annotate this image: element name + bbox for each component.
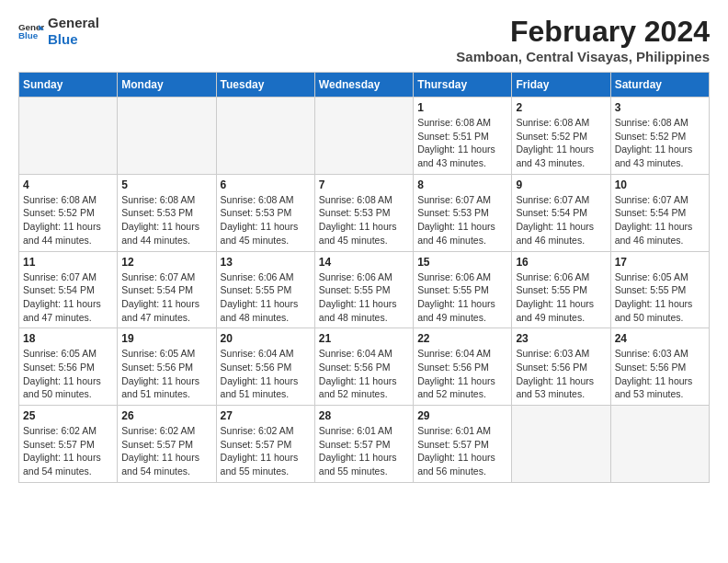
day-number: 4: [23, 178, 113, 191]
logo-icon: General Blue: [18, 18, 44, 44]
calendar-cell: 4Sunrise: 6:08 AM Sunset: 5:52 PM Daylig…: [19, 174, 118, 251]
day-info: Sunrise: 6:04 AM Sunset: 5:56 PM Dayligh…: [221, 347, 311, 401]
day-info: Sunrise: 6:06 AM Sunset: 5:55 PM Dayligh…: [319, 270, 409, 325]
logo-text-blue: Blue: [48, 31, 99, 48]
column-header-friday: Friday: [512, 73, 610, 98]
day-number: 15: [417, 256, 507, 269]
calendar-cell: 24Sunrise: 6:03 AM Sunset: 5:56 PM Dayli…: [610, 328, 709, 406]
day-info: Sunrise: 6:08 AM Sunset: 5:52 PM Dayligh…: [23, 193, 113, 247]
calendar-cell: 19Sunrise: 6:05 AM Sunset: 5:56 PM Dayli…: [118, 328, 216, 406]
day-number: 16: [516, 256, 606, 269]
day-number: 13: [221, 256, 311, 269]
calendar-cell: [19, 98, 118, 175]
column-header-saturday: Saturday: [610, 73, 709, 98]
calendar-cell: 25Sunrise: 6:02 AM Sunset: 5:57 PM Dayli…: [19, 406, 118, 483]
day-info: Sunrise: 6:02 AM Sunset: 5:57 PM Dayligh…: [23, 424, 113, 478]
calendar-cell: 17Sunrise: 6:05 AM Sunset: 5:55 PM Dayli…: [610, 251, 709, 328]
calendar-cell: 12Sunrise: 6:07 AM Sunset: 5:54 PM Dayli…: [118, 251, 216, 328]
calendar-title: February 2024: [456, 15, 710, 49]
day-info: Sunrise: 6:07 AM Sunset: 5:53 PM Dayligh…: [417, 193, 507, 247]
calendar-cell: 7Sunrise: 6:08 AM Sunset: 5:53 PM Daylig…: [314, 174, 413, 251]
calendar-week-row: 25Sunrise: 6:02 AM Sunset: 5:57 PM Dayli…: [19, 406, 710, 483]
day-info: Sunrise: 6:05 AM Sunset: 5:55 PM Dayligh…: [615, 270, 705, 325]
day-info: Sunrise: 6:01 AM Sunset: 5:57 PM Dayligh…: [319, 424, 409, 478]
day-number: 20: [221, 332, 311, 345]
day-number: 23: [516, 332, 606, 345]
day-info: Sunrise: 6:06 AM Sunset: 5:55 PM Dayligh…: [516, 270, 606, 325]
day-info: Sunrise: 6:02 AM Sunset: 5:57 PM Dayligh…: [121, 424, 211, 478]
day-number: 17: [615, 256, 705, 269]
day-info: Sunrise: 6:05 AM Sunset: 5:56 PM Dayligh…: [23, 347, 113, 401]
calendar-week-row: 4Sunrise: 6:08 AM Sunset: 5:52 PM Daylig…: [19, 174, 710, 251]
calendar-cell: [314, 98, 413, 175]
calendar-cell: 21Sunrise: 6:04 AM Sunset: 5:56 PM Dayli…: [314, 328, 413, 406]
day-number: 22: [417, 332, 507, 345]
svg-text:Blue: Blue: [18, 30, 39, 40]
calendar-table: SundayMondayTuesdayWednesdayThursdayFrid…: [18, 72, 710, 483]
calendar-cell: 20Sunrise: 6:04 AM Sunset: 5:56 PM Dayli…: [216, 328, 314, 406]
day-number: 21: [319, 332, 409, 345]
calendar-cell: 3Sunrise: 6:08 AM Sunset: 5:52 PM Daylig…: [610, 98, 709, 175]
day-number: 8: [417, 178, 507, 191]
calendar-cell: [610, 406, 709, 483]
day-info: Sunrise: 6:02 AM Sunset: 5:57 PM Dayligh…: [221, 424, 311, 478]
day-info: Sunrise: 6:08 AM Sunset: 5:53 PM Dayligh…: [121, 193, 211, 247]
calendar-cell: 10Sunrise: 6:07 AM Sunset: 5:54 PM Dayli…: [610, 174, 709, 251]
day-number: 5: [121, 178, 211, 191]
column-header-monday: Monday: [118, 73, 216, 98]
day-info: Sunrise: 6:08 AM Sunset: 5:52 PM Dayligh…: [516, 116, 606, 170]
day-info: Sunrise: 6:08 AM Sunset: 5:52 PM Dayligh…: [615, 116, 705, 170]
column-header-thursday: Thursday: [414, 73, 512, 98]
day-number: 24: [615, 332, 705, 345]
day-number: 10: [615, 178, 705, 191]
column-header-tuesday: Tuesday: [216, 73, 314, 98]
day-number: 1: [417, 101, 507, 114]
day-info: Sunrise: 6:08 AM Sunset: 5:53 PM Dayligh…: [319, 193, 409, 247]
calendar-cell: 2Sunrise: 6:08 AM Sunset: 5:52 PM Daylig…: [512, 98, 610, 175]
day-info: Sunrise: 6:06 AM Sunset: 5:55 PM Dayligh…: [417, 270, 507, 325]
day-number: 14: [319, 256, 409, 269]
day-info: Sunrise: 6:07 AM Sunset: 5:54 PM Dayligh…: [121, 270, 211, 325]
calendar-cell: 6Sunrise: 6:08 AM Sunset: 5:53 PM Daylig…: [216, 174, 314, 251]
calendar-cell: 15Sunrise: 6:06 AM Sunset: 5:55 PM Dayli…: [414, 251, 512, 328]
day-info: Sunrise: 6:08 AM Sunset: 5:51 PM Dayligh…: [417, 116, 507, 170]
calendar-header-row: SundayMondayTuesdayWednesdayThursdayFrid…: [19, 73, 710, 98]
calendar-cell: 23Sunrise: 6:03 AM Sunset: 5:56 PM Dayli…: [512, 328, 610, 406]
logo-text-general: General: [48, 15, 99, 31]
day-info: Sunrise: 6:06 AM Sunset: 5:55 PM Dayligh…: [221, 270, 311, 325]
calendar-cell: 27Sunrise: 6:02 AM Sunset: 5:57 PM Dayli…: [216, 406, 314, 483]
day-number: 28: [319, 409, 409, 422]
calendar-week-row: 1Sunrise: 6:08 AM Sunset: 5:51 PM Daylig…: [19, 98, 710, 175]
day-info: Sunrise: 6:07 AM Sunset: 5:54 PM Dayligh…: [516, 193, 606, 247]
day-number: 18: [23, 332, 113, 345]
calendar-subtitle: Samboan, Central Visayas, Philippines: [456, 49, 710, 64]
calendar-week-row: 18Sunrise: 6:05 AM Sunset: 5:56 PM Dayli…: [19, 328, 710, 406]
title-area: February 2024 Samboan, Central Visayas, …: [456, 15, 710, 64]
calendar-cell: 28Sunrise: 6:01 AM Sunset: 5:57 PM Dayli…: [314, 406, 413, 483]
day-number: 12: [121, 256, 211, 269]
calendar-cell: 8Sunrise: 6:07 AM Sunset: 5:53 PM Daylig…: [414, 174, 512, 251]
calendar-cell: 5Sunrise: 6:08 AM Sunset: 5:53 PM Daylig…: [118, 174, 216, 251]
calendar-cell: 29Sunrise: 6:01 AM Sunset: 5:57 PM Dayli…: [414, 406, 512, 483]
day-number: 19: [121, 332, 211, 345]
calendar-cell: 11Sunrise: 6:07 AM Sunset: 5:54 PM Dayli…: [19, 251, 118, 328]
day-number: 9: [516, 178, 606, 191]
day-number: 7: [319, 178, 409, 191]
page-header: General Blue General Blue February 2024 …: [18, 15, 710, 64]
day-info: Sunrise: 6:08 AM Sunset: 5:53 PM Dayligh…: [221, 193, 311, 247]
calendar-cell: 13Sunrise: 6:06 AM Sunset: 5:55 PM Dayli…: [216, 251, 314, 328]
calendar-cell: 22Sunrise: 6:04 AM Sunset: 5:56 PM Dayli…: [414, 328, 512, 406]
column-header-wednesday: Wednesday: [314, 73, 413, 98]
day-info: Sunrise: 6:03 AM Sunset: 5:56 PM Dayligh…: [516, 347, 606, 401]
logo: General Blue General Blue: [18, 15, 99, 48]
column-header-sunday: Sunday: [19, 73, 118, 98]
day-number: 25: [23, 409, 113, 422]
calendar-cell: 9Sunrise: 6:07 AM Sunset: 5:54 PM Daylig…: [512, 174, 610, 251]
day-info: Sunrise: 6:04 AM Sunset: 5:56 PM Dayligh…: [319, 347, 409, 401]
day-number: 2: [516, 101, 606, 114]
day-number: 26: [121, 409, 211, 422]
day-number: 3: [615, 101, 705, 114]
day-number: 11: [23, 256, 113, 269]
calendar-cell: 18Sunrise: 6:05 AM Sunset: 5:56 PM Dayli…: [19, 328, 118, 406]
calendar-cell: 1Sunrise: 6:08 AM Sunset: 5:51 PM Daylig…: [414, 98, 512, 175]
